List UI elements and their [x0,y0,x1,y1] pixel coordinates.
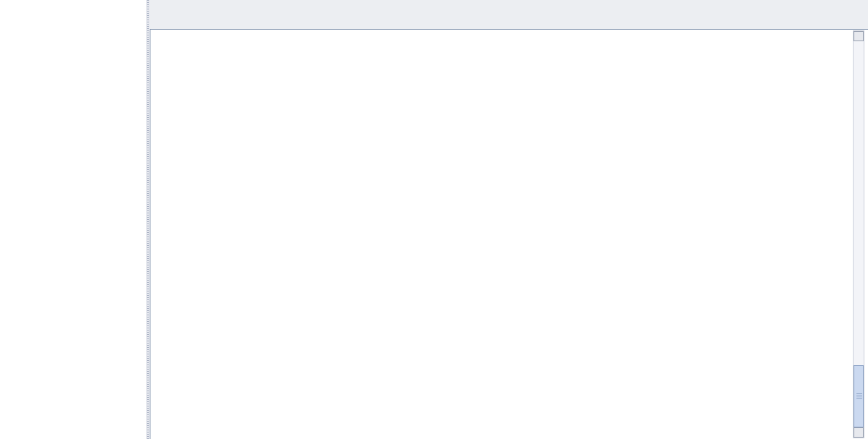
scrollbar-grip-icon [856,393,862,399]
tab-row-2 [150,14,868,28]
tab-row-1 [150,0,868,14]
scroll-up-button[interactable] [854,31,864,41]
splitter-grip-icon [147,0,149,439]
scrollbar-thumb[interactable] [854,365,864,427]
code-text[interactable] [160,32,854,439]
decompiler-window [0,0,868,439]
code-view[interactable] [150,29,868,439]
package-tree-panel[interactable] [0,0,146,439]
editor-area [150,0,868,439]
vertical-scrollbar[interactable] [853,30,864,438]
scroll-down-button[interactable] [854,427,864,438]
